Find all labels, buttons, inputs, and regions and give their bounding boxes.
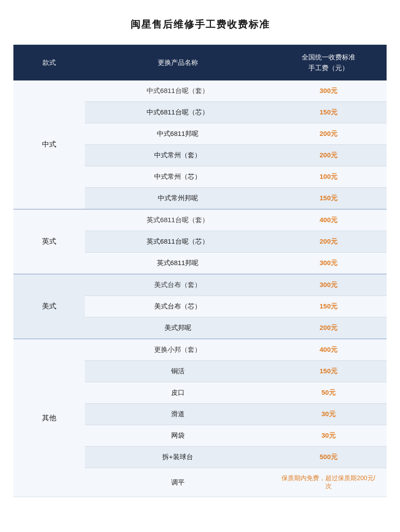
price-cell: 100元 [270,166,387,188]
header-style: 款式 [13,45,85,80]
table-row: 英式英式6811台呢（套）400元 [13,209,387,231]
price-cell: 400元 [270,209,387,231]
product-cell: 滑道 [85,404,270,425]
product-cell: 中式6811台呢（芯） [85,102,270,123]
product-cell: 英式6811邦呢 [85,253,270,274]
table-row: 美式美式台布（套）300元 [13,274,387,296]
price-cell: 300元 [270,253,387,274]
product-cell: 英式6811台呢（套） [85,209,270,231]
style-cell: 其他 [13,339,85,497]
product-cell: 拆+装球台 [85,447,270,468]
price-cell: 150元 [270,296,387,317]
price-cell: 400元 [270,339,387,361]
table-row: 其他更换小邦（套）400元 [13,339,387,361]
product-cell: 皮口 [85,382,270,404]
price-cell: 300元 [270,274,387,296]
product-cell: 美式台布（套） [85,274,270,296]
price-cell: 150元 [270,361,387,382]
price-cell: 30元 [270,404,387,425]
table-row: 中式中式6811台呢（套）300元 [13,80,387,102]
product-cell: 中式6811邦呢 [85,123,270,145]
price-cell: 200元 [270,145,387,166]
style-cell: 英式 [13,209,85,274]
page-title: 闽星售后维修手工费收费标准 [131,18,270,31]
product-cell: 美式台布（芯） [85,296,270,317]
product-cell: 调平 [85,468,270,497]
price-cell: 150元 [270,102,387,123]
table-header: 款式 更换产品名称 全国统一收费标准 手工费（元） [13,45,387,80]
product-cell: 中式常州邦呢 [85,188,270,210]
price-cell: 500元 [270,447,387,468]
product-cell: 中式常州（套） [85,145,270,166]
price-cell: 30元 [270,425,387,447]
style-cell: 中式 [13,80,85,209]
price-cell: 200元 [270,317,387,339]
header-product: 更换产品名称 [85,45,270,80]
product-cell: 中式6811台呢（套） [85,80,270,102]
product-cell: 英式6811台呢（芯） [85,231,270,253]
product-cell: 网袋 [85,425,270,447]
pricing-table: 款式 更换产品名称 全国统一收费标准 手工费（元） 中式中式6811台呢（套）3… [13,45,387,497]
product-cell: 中式常州（芯） [85,166,270,188]
header-price: 全国统一收费标准 手工费（元） [270,45,387,80]
price-cell: 200元 [270,231,387,253]
price-cell: 50元 [270,382,387,404]
price-cell: 300元 [270,80,387,102]
product-cell: 更换小邦（套） [85,339,270,361]
product-cell: 美式邦呢 [85,317,270,339]
price-cell: 200元 [270,123,387,145]
price-cell: 150元 [270,188,387,210]
style-cell: 美式 [13,274,85,339]
price-cell: 保质期内免费，超过保质期200元/次 [270,468,387,497]
product-cell: 铜活 [85,361,270,382]
